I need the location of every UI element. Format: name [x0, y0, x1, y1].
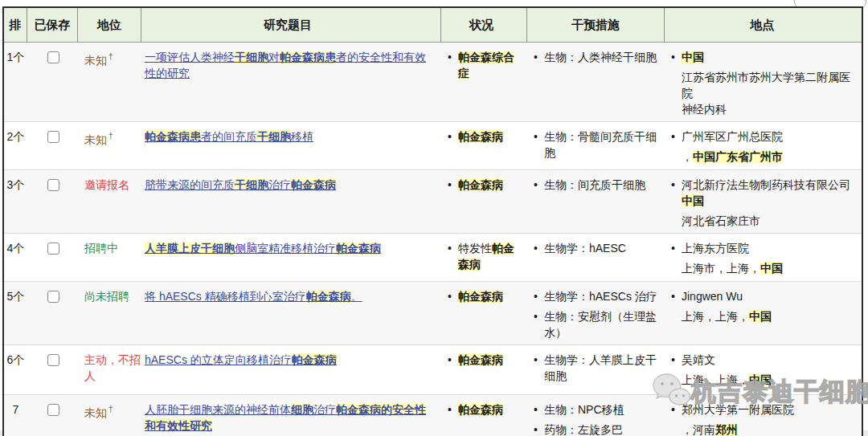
study-title-link[interactable]: 人胚胎干细胞来源的神经前体细胞治疗帕金森病的安全性和有效性研究: [145, 403, 426, 432]
highlighted-term: 帕金森病: [458, 290, 503, 303]
list-item-text: 生物：骨髓间充质干细胞: [544, 128, 660, 161]
list-item-text: 帕金森病: [458, 177, 522, 193]
list-item-text: 帕金森病: [458, 352, 522, 368]
list-item-text: 郑州大学第一附属医院: [682, 401, 860, 418]
list-item-text: 生物：安慰剂（生理盐水）: [544, 308, 660, 340]
list-item: •帕金森病: [448, 352, 522, 368]
status-text: 未知: [84, 406, 107, 419]
highlighted-term: 干细胞: [235, 51, 268, 63]
study-title-link[interactable]: 一项评估人类神经干细胞对帕金森病患者的安全性和有效性的研究: [145, 51, 426, 79]
list-item: •生物：人类神经干细胞: [534, 49, 660, 65]
bullet-icon: •: [671, 240, 682, 256]
study-title-link[interactable]: 脐带来源的间充质干细胞治疗帕金森病: [145, 178, 336, 191]
text-segment: 生物学：hAESCs 治疗: [544, 290, 657, 303]
text-segment: ，河南: [682, 423, 715, 436]
text-segment: 人胚胎干细胞来源的神经前体: [145, 403, 291, 416]
list-item-text: 广州军区广州总医院: [682, 128, 860, 145]
save-checkbox[interactable]: [47, 291, 59, 303]
save-checkbox[interactable]: [47, 354, 59, 366]
list-item-text: 吴靖文: [682, 352, 860, 368]
save-checkbox[interactable]: [47, 179, 59, 191]
text-segment: 脐带来源的间充质: [145, 178, 235, 191]
text-segment: 治疗: [268, 178, 291, 191]
saved-cell: [27, 234, 78, 281]
conditions-cell: •帕金森综合症: [441, 43, 527, 121]
table-row: 7未知†人胚胎干细胞来源的神经前体细胞治疗帕金森病的安全性和有效性研究•帕金森病…: [4, 394, 862, 436]
highlighted-term: 中国广东省广州市: [693, 150, 783, 163]
list-item-text: 药物：左旋多巴: [544, 422, 660, 436]
status-cell: 未知†: [78, 122, 141, 169]
text-segment: 侧脑室精准移植治疗: [235, 242, 336, 255]
bullet-icon: •: [534, 240, 544, 256]
locations-cell: •上海东方医院上海市，上海，中国: [665, 234, 862, 281]
interventions-cell: •生物：人类神经干细胞: [527, 43, 665, 121]
status-text: 未知: [84, 54, 107, 67]
highlighted-term: 干细胞: [235, 178, 268, 191]
saved-cell: [27, 43, 78, 121]
list-item: •上海东方医院: [671, 240, 860, 256]
location-line: 上海，上海，中国: [682, 372, 860, 388]
bullet-icon: •: [534, 128, 544, 161]
study-title-link[interactable]: 将 hAESCs 精确移植到心室治疗帕金森病。: [145, 290, 362, 303]
bullet-icon: •: [448, 177, 458, 193]
save-checkbox[interactable]: [47, 51, 59, 63]
text-segment: Jingwen Wu: [682, 290, 743, 303]
list-item: •生物学：hAESC: [534, 240, 660, 256]
conditions-cell: •帕金森病: [441, 122, 527, 169]
location-line: 上海，上海，中国: [682, 308, 860, 324]
status-text: 招聘中: [84, 242, 118, 255]
location-line: 河北省石家庄市: [682, 213, 860, 229]
highlighted-term: 帕金森综合症: [458, 51, 514, 79]
list-item: •帕金森病: [448, 177, 522, 193]
list-item: •帕金森病: [448, 288, 522, 304]
text-segment: 河北新疗法生物制药科技有限公司: [682, 178, 850, 191]
dagger-icon: †: [108, 52, 113, 61]
rank-cell: 5个: [4, 282, 27, 344]
list-item-text: 生物：间充质干细胞: [544, 177, 660, 193]
study-title-link[interactable]: hAESCs 的立体定向移植治疗帕金森病: [145, 353, 337, 366]
highlighted-term: 帕金森病: [458, 130, 503, 143]
status-cell: 尚未招聘: [78, 282, 141, 344]
highlighted-term: 中国: [682, 51, 704, 63]
list-item: •郑州大学第一附属医院: [671, 401, 860, 418]
highlighted-term: 帕金森病: [291, 178, 336, 191]
status-cell: 未知†: [78, 395, 141, 436]
study-title-link[interactable]: 人羊膜上皮干细胞侧脑室精准移植治疗帕金森病: [145, 242, 381, 255]
list-item: •生物：安慰剂（生理盐水）: [534, 308, 660, 340]
text-segment: 药物：左旋多巴: [544, 423, 623, 436]
study-results-table: 排已保存地位研究题目状况干预措施地点 1个未知†一项评估人类神经干细胞对帕金森病…: [2, 6, 863, 436]
study-title-link[interactable]: 帕金森病患者的间充质干细胞移植: [145, 130, 313, 143]
bullet-icon: •: [448, 128, 458, 145]
list-item-text: 帕金森病: [458, 401, 522, 418]
text-segment: 郑州大学第一附属医院: [682, 403, 794, 416]
save-checkbox[interactable]: [47, 242, 59, 255]
list-item-text: 生物学：人羊膜上皮干细胞: [544, 352, 660, 384]
bullet-icon: •: [534, 177, 544, 193]
rank-cell: 7: [4, 395, 27, 436]
saved-cell: [27, 170, 78, 233]
rank-cell: 4个: [4, 234, 27, 281]
text-segment: 上海东方医院: [682, 242, 749, 255]
bullet-icon: •: [671, 401, 682, 418]
list-item-text: 生物学：hAESC: [544, 240, 660, 256]
highlighted-term: 帕金森病患: [145, 130, 201, 143]
bullet-icon: •: [448, 401, 458, 418]
bullet-icon: •: [448, 49, 458, 81]
locations-cell: •中国江苏省苏州市苏州大学第二附属医院神经内科: [665, 43, 862, 121]
rank-cell: 2个: [4, 122, 27, 169]
conditions-cell: •特发性帕金森病: [441, 234, 527, 281]
interventions-cell: •生物：间充质干细胞: [527, 170, 665, 233]
location-line: ，河南郑州: [682, 422, 860, 436]
bullet-icon: •: [534, 352, 544, 384]
title-cell: 人胚胎干细胞来源的神经前体细胞治疗帕金森病的安全性和有效性研究: [141, 395, 441, 436]
save-checkbox[interactable]: [47, 404, 59, 416]
bullet-icon: •: [671, 177, 682, 209]
list-item: •吴靖文: [671, 352, 860, 368]
highlighted-term: 中国: [749, 310, 772, 323]
title-cell: 人羊膜上皮干细胞侧脑室精准移植治疗帕金森病: [141, 234, 441, 281]
list-item: •帕金森病: [448, 401, 522, 418]
list-item-text: 特发性帕金森病: [458, 240, 522, 272]
locations-cell: •广州军区广州总医院，中国广东省广州市: [665, 122, 862, 169]
interventions-cell: •生物：NPC移植•药物：左旋多巴: [527, 395, 665, 436]
save-checkbox[interactable]: [47, 131, 59, 143]
